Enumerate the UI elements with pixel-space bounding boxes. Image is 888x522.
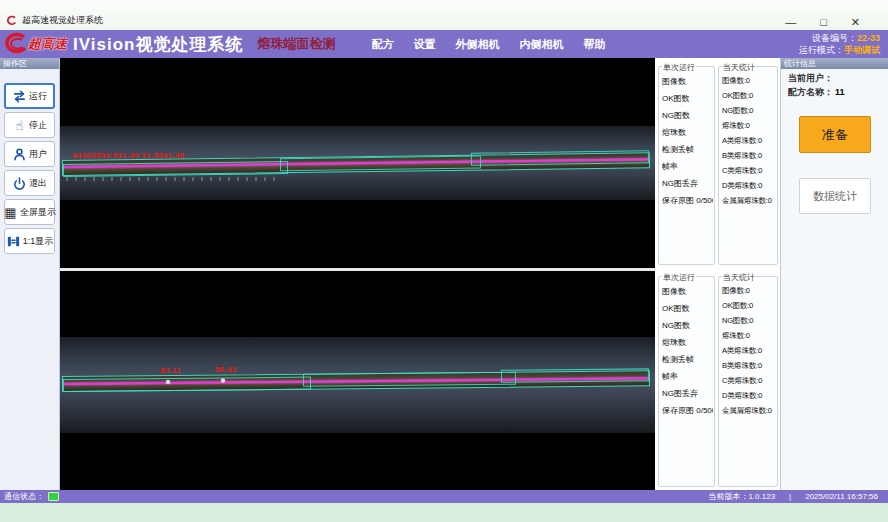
detection-box <box>303 372 516 387</box>
user-button-label: 用户 <box>29 148 47 161</box>
stop-button[interactable]: ☝ 停止 <box>4 112 55 138</box>
detection-box <box>280 156 481 172</box>
exit-button[interactable]: 退出 <box>4 170 55 196</box>
stat-row: NG图数:0 <box>722 316 776 326</box>
camera-view-top: 44360539.531.49 31.5341.49 <box>60 58 655 268</box>
stat-row: B类熔珠数:0 <box>722 151 776 161</box>
run-button-label: 运行 <box>29 90 47 103</box>
stats-panel-bottom: 单次运行 图像数 OK图数 NG图数 熔珠数 检测丢帧 帧率 NG图丢弃 保存原… <box>655 268 780 490</box>
stat-label: NG图丢弃 <box>662 178 713 189</box>
comm-status-label: 通信状态： <box>4 491 44 502</box>
stat-row: B类熔珠数:0 <box>722 361 776 371</box>
stat-label: 帧率 <box>662 161 713 172</box>
stat-row: 熔珠数:0 <box>722 331 776 341</box>
close-button[interactable]: ✕ <box>851 16 860 28</box>
os-titlebar: 超高速视觉处理系统 — □ ✕ <box>0 0 888 30</box>
stat-save-row: 保存原图 0/500 <box>662 405 713 416</box>
stat-label: 熔珠数 <box>662 337 713 348</box>
desktop-strip <box>0 503 888 522</box>
stat-label: NG图数 <box>662 320 713 331</box>
menu-item-inner-camera[interactable]: 内侧相机 <box>519 37 563 52</box>
minimize-button[interactable]: — <box>785 16 796 28</box>
menu-item-recipe[interactable]: 配方 <box>371 37 393 52</box>
stat-row: C类熔珠数:0 <box>722 166 776 176</box>
detection-box <box>471 150 649 165</box>
single-run-groupbox: 单次运行 图像数 OK图数 NG图数 熔珠数 检测丢帧 帧率 NG图丢弃 保存原… <box>658 66 715 265</box>
user-button[interactable]: 用户 <box>4 141 55 167</box>
recipe-name-row: 配方名称：11 <box>788 86 845 99</box>
menu-item-help[interactable]: 帮助 <box>583 37 605 52</box>
app-subtitle: 熔珠端面检测 <box>257 35 335 53</box>
data-statistics-button[interactable]: 数据统计 <box>799 178 871 214</box>
stat-row: C类熔珠数:0 <box>722 376 776 386</box>
device-id-label: 设备编号： <box>812 33 857 43</box>
camera-view-bottom: 53.11 56.43 <box>60 271 655 490</box>
run-button[interactable]: 运行 <box>4 83 55 109</box>
stat-row: A类熔珠数:0 <box>722 136 776 146</box>
stat-row: OK图数:0 <box>722 91 776 101</box>
stat-label: 帧率 <box>662 371 713 382</box>
exit-button-label: 退出 <box>29 177 47 190</box>
menu-item-settings[interactable]: 设置 <box>413 37 435 52</box>
stat-label: NG图数 <box>662 110 713 121</box>
stat-label: 检测丢帧 <box>662 144 713 155</box>
prepare-button[interactable]: 准备 <box>799 116 871 153</box>
stat-row: 金属屑熔珠数:0 <box>722 406 776 416</box>
maximize-button[interactable]: □ <box>820 16 827 28</box>
info-panel: 统计信息 当前用户： 配方名称：11 准备 数据统计 <box>780 58 888 490</box>
stat-row: D类熔珠数:0 <box>722 391 776 401</box>
stat-row: 图像数:0 <box>722 76 776 86</box>
edge-markers <box>66 177 276 181</box>
one-to-one-button-label: 1:1显示 <box>23 235 54 248</box>
stat-save-row: 保存原图 0/500 <box>662 195 713 206</box>
stat-row: NG图数:0 <box>722 106 776 116</box>
current-user-row: 当前用户： <box>788 72 835 85</box>
stat-row: OK图数:0 <box>722 301 776 311</box>
single-run-title: 单次运行 <box>662 62 696 73</box>
camera-display-area: 44360539.531.49 31.5341.49 53.11 56.43 <box>60 58 655 490</box>
defect-marker <box>221 378 225 382</box>
detection-box <box>63 377 311 392</box>
defect-label: 56.43 <box>215 365 237 374</box>
status-bar: 通信状态： 当前版本：1.0.123 | 2025/02/11 16:57:56 <box>0 490 888 503</box>
stat-row: 图像数:0 <box>722 286 776 296</box>
stop-button-label: 停止 <box>29 119 47 132</box>
daily-stats-title: 当天统计 <box>722 272 756 283</box>
stat-label: NG图丢弃 <box>662 388 713 399</box>
one-to-one-button[interactable]: 1:1显示 <box>4 228 55 254</box>
main-menu: 配方 设置 外侧相机 内侧相机 帮助 <box>371 37 605 52</box>
defect-marker <box>166 380 170 384</box>
hand-stop-icon: ☝ <box>12 118 27 133</box>
stat-label: 图像数 <box>662 76 713 87</box>
status-datetime: 2025/02/11 16:57:56 <box>805 492 878 501</box>
detection-box <box>500 368 649 382</box>
app-logo-icon <box>6 15 17 26</box>
comm-status-indicator <box>48 492 59 501</box>
status-divider: | <box>789 492 791 501</box>
version-label: 当前版本： <box>708 492 748 501</box>
menu-item-outer-camera[interactable]: 外侧相机 <box>455 37 499 52</box>
fullscreen-button[interactable]: ▦ 全屏显示 <box>4 199 55 225</box>
stat-row: 金属屑熔珠数:0 <box>722 196 776 206</box>
single-run-title: 单次运行 <box>662 272 696 283</box>
stat-label: 图像数 <box>662 286 713 297</box>
one-to-one-icon <box>6 234 21 249</box>
stat-label: OK图数 <box>662 93 713 104</box>
operation-sidebar: 操作区 运行 ☝ 停止 用户 <box>0 58 60 490</box>
brand-swoosh-icon <box>2 32 28 56</box>
window-title: 超高速视觉处理系统 <box>22 14 103 27</box>
daily-stats-title: 当天统计 <box>722 62 756 73</box>
stats-panel-top: 单次运行 图像数 OK图数 NG图数 熔珠数 检测丢帧 帧率 NG图丢弃 保存原… <box>655 58 780 268</box>
run-mode-value: 手动调试 <box>844 45 880 55</box>
app-title: IVision视觉处理系统 <box>73 33 243 56</box>
single-run-groupbox: 单次运行 图像数 OK图数 NG图数 熔珠数 检测丢帧 帧率 NG图丢弃 保存原… <box>658 276 715 487</box>
brand-logo-text: 超高速 <box>28 35 67 53</box>
stat-row: A类熔珠数:0 <box>722 346 776 356</box>
power-icon <box>12 176 27 191</box>
version-info: 当前版本：1.0.123 | 2025/02/11 16:57:56 <box>708 491 878 502</box>
device-info: 设备编号：22-33 运行模式：手动调试 <box>799 32 880 56</box>
sidebar-title: 操作区 <box>0 58 59 69</box>
stat-label: 熔珠数 <box>662 127 713 138</box>
daily-stats-groupbox: 当天统计 图像数:0 OK图数:0 NG图数:0 熔珠数:0 A类熔珠数:0 B… <box>718 276 778 487</box>
version-value: 1.0.123 <box>748 492 775 501</box>
